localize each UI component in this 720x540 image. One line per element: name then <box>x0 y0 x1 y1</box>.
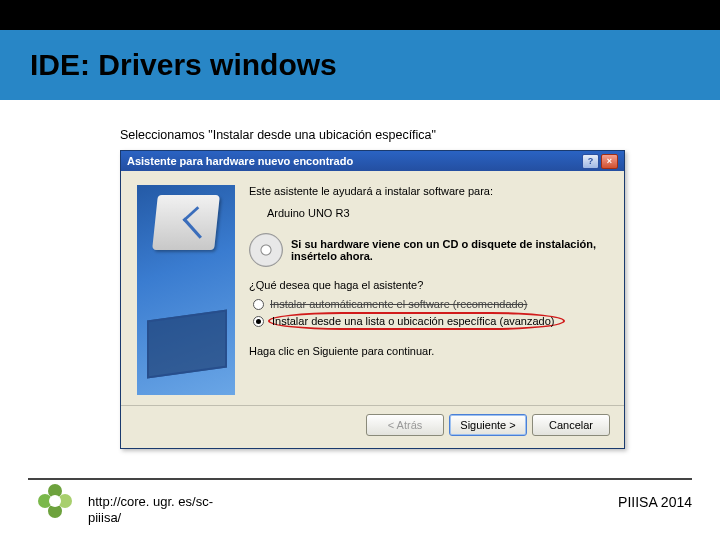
footer-url-line2: piiisa/ <box>88 510 121 525</box>
flower-icon <box>38 484 72 518</box>
back-button[interactable]: < Atrás <box>366 414 444 436</box>
radio-icon <box>253 316 264 327</box>
wizard-side-image <box>137 185 235 395</box>
wizard-button-row: < Atrás Siguiente > Cancelar <box>121 405 624 448</box>
wizard-titlebar: Asistente para hardware nuevo encontrado… <box>121 151 624 171</box>
close-button[interactable]: × <box>601 154 618 169</box>
footer-url-line1: http://core. ugr. es/sc- <box>88 494 213 509</box>
radio-icon <box>253 299 264 310</box>
top-black-bar <box>0 0 720 30</box>
footer-right-text: PIIISA 2014 <box>618 494 692 510</box>
wizard-content: Este asistente le ayudará a instalar sof… <box>249 185 608 395</box>
wizard-question: ¿Qué desea que haga el asistente? <box>249 279 608 291</box>
radio-option-auto[interactable]: Instalar automáticamente el software (re… <box>251 297 608 311</box>
slide-title: IDE: Drivers windows <box>30 48 337 82</box>
insert-hw-icon <box>152 195 220 250</box>
next-button[interactable]: Siguiente > <box>449 414 527 436</box>
window-controls: ? × <box>582 154 618 169</box>
footer-url: http://core. ugr. es/sc- piiisa/ <box>88 494 213 527</box>
cd-hint-row: Si su hardware viene con un CD o disquet… <box>249 233 608 267</box>
wizard-window: Asistente para hardware nuevo encontrado… <box>120 150 625 449</box>
radio-auto-label: Instalar automáticamente el software (re… <box>270 298 527 310</box>
cancel-button[interactable]: Cancelar <box>532 414 610 436</box>
help-button[interactable]: ? <box>582 154 599 169</box>
cd-hint-text: Si su hardware viene con un CD o disquet… <box>291 238 608 262</box>
device-name: Arduino UNO R3 <box>267 207 608 219</box>
radio-manual-label: Instalar desde una lista o ubicación esp… <box>268 312 565 330</box>
title-bar: IDE: Drivers windows <box>0 30 720 100</box>
wizard-titlebar-text: Asistente para hardware nuevo encontrado <box>127 155 353 167</box>
footer-separator <box>28 478 692 480</box>
radio-option-list: Instalar automáticamente el software (re… <box>251 297 608 331</box>
slide-caption: Seleccionamos "Instalar desde una ubicac… <box>120 128 436 142</box>
wizard-body: Este asistente le ayudará a instalar sof… <box>121 171 624 405</box>
radio-option-manual[interactable]: Instalar desde una lista o ubicación esp… <box>251 311 608 331</box>
floppy-icon <box>147 309 227 378</box>
wizard-intro: Este asistente le ayudará a instalar sof… <box>249 185 608 197</box>
cd-icon <box>249 233 283 267</box>
continue-hint: Haga clic en Siguiente para continuar. <box>249 345 608 357</box>
